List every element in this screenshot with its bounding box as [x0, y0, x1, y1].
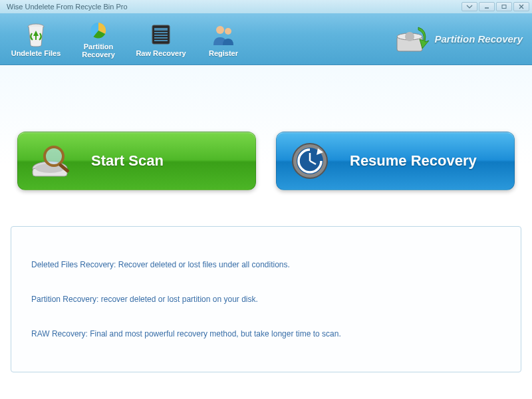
info-partition-recovery: Partition Recovery: recover deleted or l…	[31, 295, 501, 304]
svg-point-14	[405, 32, 414, 41]
svg-rect-5	[154, 28, 168, 31]
close-icon	[518, 4, 525, 9]
start-scan-button[interactable]: Start Scan	[17, 132, 256, 190]
raw-recovery-button[interactable]: Raw Recovery	[130, 17, 192, 62]
pie-chart-icon	[84, 19, 112, 42]
partition-recovery-button[interactable]: Partition Recovery	[68, 17, 129, 62]
window-title: Wise Undelete From Recycle Bin Pro	[3, 3, 128, 11]
svg-rect-1	[502, 5, 506, 9]
toolbar-label: Undelete Files	[11, 49, 61, 57]
users-icon	[209, 21, 237, 48]
svg-rect-9	[154, 40, 168, 41]
minimize-button[interactable]	[479, 2, 495, 11]
toolbar-label: Raw Recovery	[136, 49, 186, 57]
toolbar-label: Partition Recovery	[82, 43, 115, 59]
close-button[interactable]	[513, 2, 529, 11]
start-scan-label: Start Scan	[91, 152, 164, 170]
content-area: Start Scan Resume Recovery Deleted Files…	[0, 65, 532, 398]
svg-point-18	[45, 147, 63, 166]
maximize-icon	[501, 4, 507, 9]
resume-recovery-label: Resume Recovery	[350, 152, 477, 170]
info-deleted-files: Deleted Files Recovery: Recover deleted …	[31, 260, 501, 269]
resume-recovery-button[interactable]: Resume Recovery	[276, 132, 515, 190]
chevron-down-icon	[466, 5, 473, 9]
drive-arrow-icon	[393, 23, 430, 55]
maximize-button[interactable]	[496, 2, 512, 11]
drive-magnifier-icon	[30, 140, 79, 182]
header-brand: Partition Recovery	[393, 23, 527, 55]
svg-rect-6	[154, 32, 168, 33]
toolbar: Undelete Files Partition Recovery Raw Re…	[0, 13, 532, 65]
svg-point-10	[216, 26, 224, 34]
svg-point-11	[225, 28, 231, 35]
register-button[interactable]: Register	[193, 17, 254, 62]
header-brand-label: Partition Recovery	[434, 33, 523, 45]
minimize-icon	[483, 4, 490, 9]
chip-icon	[147, 21, 175, 48]
info-panel: Deleted Files Recovery: Recover deleted …	[11, 226, 521, 372]
svg-rect-8	[154, 37, 168, 39]
info-raw-recovery: RAW Recovery: Final and most powerful re…	[31, 329, 501, 338]
dropdown-button[interactable]	[462, 2, 477, 11]
undelete-files-button[interactable]: Undelete Files	[5, 17, 66, 62]
svg-rect-7	[154, 35, 168, 36]
window-controls	[462, 2, 529, 11]
recycle-bin-icon	[22, 21, 50, 48]
history-clock-icon	[289, 140, 338, 182]
titlebar: Wise Undelete From Recycle Bin Pro	[0, 0, 532, 13]
toolbar-label: Register	[209, 49, 238, 57]
main-buttons-row: Start Scan Resume Recovery	[11, 132, 521, 190]
